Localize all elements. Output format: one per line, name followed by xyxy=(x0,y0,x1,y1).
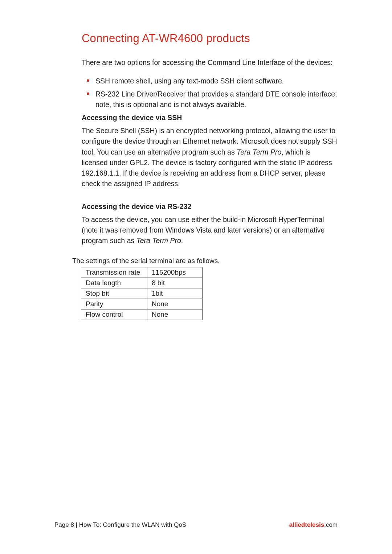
setting-label: Data length xyxy=(81,278,147,288)
setting-label: Flow control xyxy=(81,309,147,320)
page-number: Page 8 xyxy=(54,521,74,528)
serial-settings-table: Transmission rate 115200bps Data length … xyxy=(81,267,203,320)
setting-value: 1bit xyxy=(147,288,203,299)
table-row: Transmission rate 115200bps xyxy=(81,267,203,278)
options-list: SSH remote shell, using any text-mode SS… xyxy=(82,76,338,110)
footer-left: Page 8 | How To: Configure the WLAN with… xyxy=(54,521,186,529)
ssh-paragraph: The Secure Shell (SSH) is an encrypted n… xyxy=(82,126,338,189)
footer-right: alliedtelesis.com xyxy=(289,521,338,529)
setting-label: Stop bit xyxy=(81,288,147,299)
table-row: Flow control None xyxy=(81,309,203,320)
table-row: Data length 8 bit xyxy=(81,278,203,288)
page-footer: Page 8 | How To: Configure the WLAN with… xyxy=(54,521,338,529)
table-row: Parity None xyxy=(81,299,203,309)
emphasized-term: Tera Term Pro xyxy=(136,237,181,245)
emphasized-term: Tera Term Pro xyxy=(237,148,281,156)
setting-value: 8 bit xyxy=(147,278,203,288)
setting-value: None xyxy=(147,299,203,309)
text-fragment: . xyxy=(181,237,183,245)
rs232-paragraph: To access the device, you can use either… xyxy=(82,214,338,246)
setting-label: Transmission rate xyxy=(81,267,147,278)
brand-name: alliedtelesis xyxy=(289,521,324,528)
ssh-heading: Accessing the device via SSH xyxy=(82,114,338,122)
list-item: SSH remote shell, using any text-mode SS… xyxy=(82,76,338,86)
rs232-heading: Accessing the device via RS-232 xyxy=(82,202,338,211)
document-page: Connecting AT-WR4600 products There are … xyxy=(0,0,392,554)
setting-value: 115200bps xyxy=(147,267,203,278)
setting-value: None xyxy=(147,309,203,320)
table-intro: The settings of the serial terminal are … xyxy=(72,257,338,265)
page-heading: Connecting AT-WR4600 products xyxy=(82,32,338,45)
setting-label: Parity xyxy=(81,299,147,309)
brand-tld: .com xyxy=(324,521,338,528)
text-fragment: To access the device, you can use either… xyxy=(82,216,324,245)
intro-paragraph: There are two options for accessing the … xyxy=(82,57,338,68)
doc-title: How To: Configure the WLAN with QoS xyxy=(79,521,186,528)
list-item: RS-232 Line Driver/Receiver that provide… xyxy=(82,89,338,110)
footer-separator: | xyxy=(74,521,79,528)
table-row: Stop bit 1bit xyxy=(81,288,203,299)
